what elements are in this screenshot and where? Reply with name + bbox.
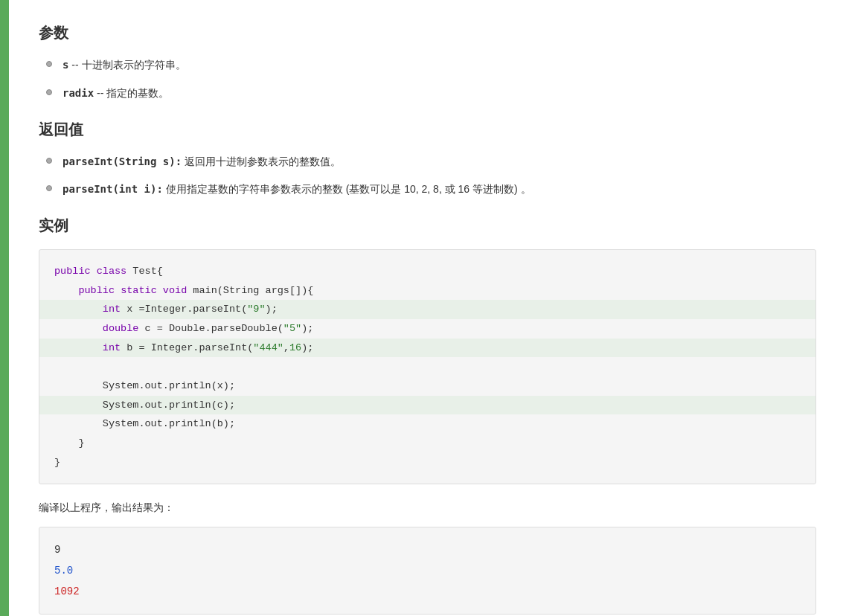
sidebar-indicator xyxy=(0,0,9,616)
content-area: 参数 s -- 十进制表示的字符串。 radix -- 指定的基数。 返回值 xyxy=(9,0,846,616)
bullet-dot xyxy=(46,185,52,191)
param-s-name: s xyxy=(63,59,68,71)
returns-list: parseInt(String s): 返回用十进制参数表示的整数值。 pars… xyxy=(46,153,816,199)
return-2-desc: 使用指定基数的字符串参数表示的整数 (基数可以是 10, 2, 8, 或 16 … xyxy=(166,183,531,195)
code-line-7: System.out.println(x); xyxy=(54,376,801,396)
code-line-3: int x =Integer.parseInt("9"); xyxy=(39,300,815,319)
param-radix-desc: -- 指定的基数。 xyxy=(97,87,169,99)
list-item: parseInt(String s): 返回用十进制参数表示的整数值。 xyxy=(46,153,816,171)
code-line-5: int b = Integer.parseInt("444",16); xyxy=(39,339,815,358)
return-title: 返回值 xyxy=(39,118,816,141)
page-wrapper: 参数 s -- 十进制表示的字符串。 radix -- 指定的基数。 返回值 xyxy=(0,0,846,616)
code-line-4: double c = Double.parseDouble("5"); xyxy=(54,319,801,339)
code-line-6 xyxy=(54,357,801,376)
code-line-10: } xyxy=(54,434,801,453)
param-s-desc: -- 十进制表示的字符串。 xyxy=(71,59,185,71)
bullet-dot xyxy=(46,61,52,67)
compile-text: 编译以上程序，输出结果为： xyxy=(39,499,816,516)
return-1-desc: 返回用十进制参数表示的整数值。 xyxy=(185,155,341,167)
params-title: 参数 xyxy=(39,21,816,45)
code-line-9: System.out.println(b); xyxy=(54,414,801,434)
list-item: radix -- 指定的基数。 xyxy=(46,85,816,103)
return-1-name: parseInt(String s): xyxy=(63,155,182,167)
code-line-8: System.out.println(c); xyxy=(39,396,815,415)
output-line-1: 9 xyxy=(54,539,801,560)
code-line-2: public static void main(String args[]){ xyxy=(54,281,801,301)
list-item: parseInt(int i): 使用指定基数的字符串参数表示的整数 (基数可以… xyxy=(46,181,816,199)
code-line-1: public class Test{ xyxy=(54,262,801,281)
param-radix-text: radix -- 指定的基数。 xyxy=(63,85,169,103)
return-2-text: parseInt(int i): 使用指定基数的字符串参数表示的整数 (基数可以… xyxy=(63,181,531,199)
list-item: s -- 十进制表示的字符串。 xyxy=(46,57,816,74)
code-block: public class Test{ public static void ma… xyxy=(39,249,816,484)
output-line-2: 5.0 xyxy=(54,560,801,581)
return-2-name: parseInt(int i): xyxy=(63,183,163,195)
param-s-text: s -- 十进制表示的字符串。 xyxy=(63,57,186,74)
output-block: 9 5.0 1092 xyxy=(39,527,816,615)
param-radix-name: radix xyxy=(63,87,94,99)
code-line-11: } xyxy=(54,453,801,472)
params-list: s -- 十进制表示的字符串。 radix -- 指定的基数。 xyxy=(46,57,816,103)
return-1-text: parseInt(String s): 返回用十进制参数表示的整数值。 xyxy=(63,153,341,171)
example-title: 实例 xyxy=(39,214,816,237)
output-line-3: 1092 xyxy=(54,581,801,602)
bullet-dot xyxy=(46,158,52,164)
bullet-dot xyxy=(46,89,52,95)
